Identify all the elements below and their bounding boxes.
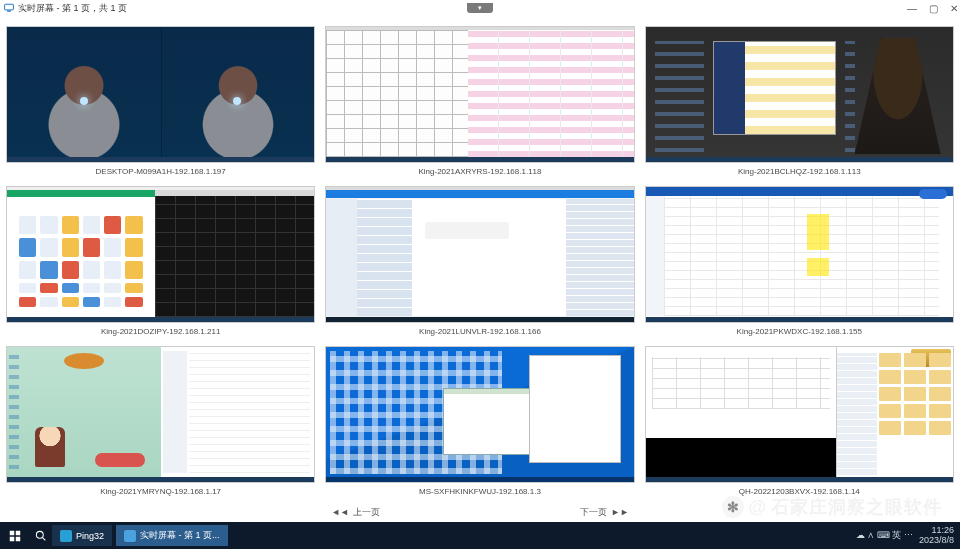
- screen-thumbnail[interactable]: [6, 186, 315, 323]
- prev-page-label: 上一页: [353, 506, 380, 519]
- screen-cell: King-2021BCLHQZ-192.168.1.113: [645, 26, 954, 178]
- app-icon: [124, 530, 136, 542]
- screen-caption: King-2021LUNVLR-192.168.1.166: [325, 323, 634, 338]
- screen-caption: King-2021PKWDXC-192.168.1.155: [645, 323, 954, 338]
- system-tray[interactable]: ☁ ∧ ⌨ 英 ⋯ 11:26 2023/8/8: [856, 526, 960, 545]
- maximize-button[interactable]: ▢: [929, 3, 938, 14]
- screen-cell: King-2021LUNVLR-192.168.1.166: [325, 186, 634, 338]
- chevron-down-icon: ▾: [478, 4, 482, 12]
- screen-thumbnail[interactable]: [325, 26, 634, 163]
- screen-caption: DESKTOP-M099A1H-192.168.1.197: [6, 163, 315, 178]
- screen-cell: DESKTOP-M099A1H-192.168.1.197: [6, 26, 315, 178]
- monitor-icon: [4, 3, 14, 13]
- taskbar-app-ping32[interactable]: Ping32: [52, 525, 112, 546]
- svg-rect-3: [16, 530, 21, 535]
- forward-icon: ►►: [611, 507, 629, 517]
- tray-icons[interactable]: ☁ ∧ ⌨ 英 ⋯: [856, 529, 913, 542]
- prev-page-button[interactable]: ◄◄ 上一页: [331, 506, 380, 519]
- taskbar-app-realtime-screen[interactable]: 实时屏幕 - 第 1 页...: [116, 525, 228, 546]
- minimize-button[interactable]: —: [907, 3, 917, 14]
- svg-rect-5: [16, 536, 21, 541]
- collapse-tab[interactable]: ▾: [467, 3, 493, 13]
- screen-thumbnail[interactable]: [645, 186, 954, 323]
- screen-thumbnail[interactable]: [6, 26, 315, 163]
- taskbar-app-label: 实时屏幕 - 第 1 页...: [140, 529, 220, 542]
- svg-point-6: [36, 531, 43, 538]
- svg-rect-1: [7, 11, 11, 12]
- screen-cell: King-2021PKWDXC-192.168.1.155: [645, 186, 954, 338]
- screen-thumbnail[interactable]: [645, 26, 954, 163]
- screens-grid: DESKTOP-M099A1H-192.168.1.197 King-2021A…: [0, 16, 960, 502]
- next-page-button[interactable]: 下一页 ►►: [580, 506, 629, 519]
- search-icon: [35, 530, 46, 541]
- realtime-screen-window: 实时屏幕 - 第 1 页，共 1 页 ▾ — ▢ ✕ DESKTOP-M099A…: [0, 0, 960, 522]
- screen-cell: King-2021AXRYRS-192.168.1.118: [325, 26, 634, 178]
- taskbar-clock[interactable]: 11:26 2023/8/8: [919, 526, 954, 545]
- screen-cell: MS-SXFHKINKFWUJ-192.168.1.3: [325, 346, 634, 498]
- screen-thumbnail[interactable]: [6, 346, 315, 483]
- svg-line-7: [42, 538, 45, 541]
- close-button[interactable]: ✕: [950, 3, 958, 14]
- screen-caption: King-2021YMRYNQ-192.168.1.17: [6, 483, 315, 498]
- clock-date: 2023/8/8: [919, 536, 954, 545]
- screen-cell: King-2021YMRYNQ-192.168.1.17: [6, 346, 315, 498]
- screen-cell: King-2021DOZIPY-192.168.1.211: [6, 186, 315, 338]
- titlebar: 实时屏幕 - 第 1 页，共 1 页 ▾ — ▢ ✕: [0, 0, 960, 16]
- screen-thumbnail[interactable]: [325, 346, 634, 483]
- taskbar-app-label: Ping32: [76, 531, 104, 541]
- svg-rect-0: [5, 4, 14, 10]
- search-button[interactable]: [30, 530, 50, 541]
- svg-rect-2: [10, 530, 15, 535]
- screen-caption: King-2021BCLHQZ-192.168.1.113: [645, 163, 954, 178]
- screen-cell: QH-20221203BXVX-192.168.1.14: [645, 346, 954, 498]
- screen-thumbnail[interactable]: [325, 186, 634, 323]
- pager: ◄◄ 上一页 下一页 ►►: [0, 502, 960, 522]
- os-taskbar: Ping32 实时屏幕 - 第 1 页... ☁ ∧ ⌨ 英 ⋯ 11:26 2…: [0, 522, 960, 549]
- windows-icon: [9, 530, 21, 542]
- start-button[interactable]: [0, 530, 30, 542]
- window-title: 实时屏幕 - 第 1 页，共 1 页: [18, 2, 127, 15]
- screen-thumbnail[interactable]: [645, 346, 954, 483]
- svg-rect-4: [10, 536, 15, 541]
- next-page-label: 下一页: [580, 506, 607, 519]
- rewind-icon: ◄◄: [331, 507, 349, 517]
- screen-caption: King-2021DOZIPY-192.168.1.211: [6, 323, 315, 338]
- screen-caption: QH-20221203BXVX-192.168.1.14: [645, 483, 954, 498]
- screen-caption: MS-SXFHKINKFWUJ-192.168.1.3: [325, 483, 634, 498]
- app-icon: [60, 530, 72, 542]
- screen-caption: King-2021AXRYRS-192.168.1.118: [325, 163, 634, 178]
